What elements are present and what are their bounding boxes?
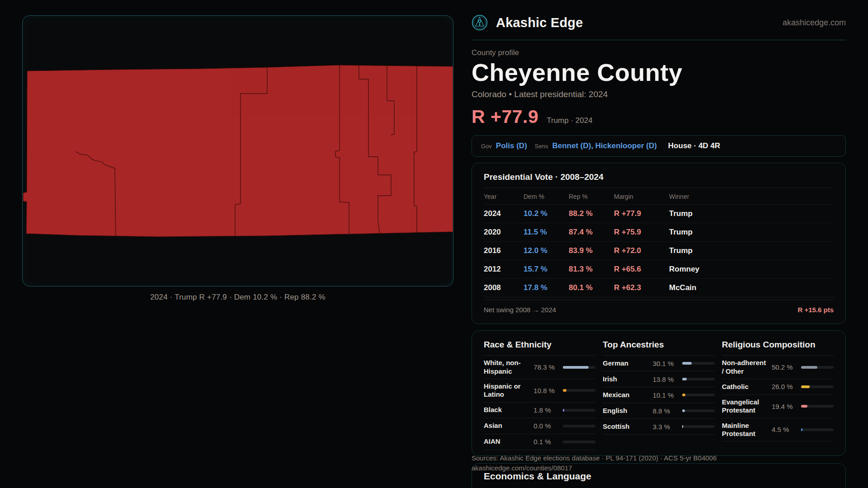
stat-bar-fill: [682, 425, 683, 428]
headline-margin-note: Trump · 2024: [547, 116, 592, 125]
stat-bar-fill: [563, 389, 566, 392]
county-map-card: [22, 15, 453, 286]
stat-value: 10.1 %: [653, 391, 678, 399]
stat-value: 0.0 %: [533, 422, 559, 430]
table-row: 202410.2 %88.2 %R +77.9Trump: [484, 205, 834, 223]
stat-row: English8.8 %: [603, 403, 714, 419]
cell-rep-pct: 81.3 %: [569, 265, 614, 274]
table-body: 202410.2 %88.2 %R +77.9Trump202011.5 %87…: [484, 205, 834, 297]
column-header: Rep %: [569, 193, 614, 200]
stat-row: German30.1 %: [603, 356, 714, 371]
stat-value: 3.3 %: [653, 423, 678, 431]
economics-title: Economics & Language: [484, 471, 834, 482]
stat-value: 26.0 %: [772, 383, 797, 390]
cell-year: 2016: [484, 246, 524, 255]
stat-bar-track: [682, 394, 715, 396]
stat-bar-fill: [563, 409, 564, 412]
stat-row: Mexican10.1 %: [603, 387, 714, 403]
stat-row: Scottish3.3 %: [603, 419, 714, 435]
stat-bar-fill: [801, 366, 817, 369]
page-subtitle: Colorado • Latest presidential: 2024: [472, 89, 846, 99]
column-header: Winner: [669, 193, 834, 200]
stat-label: Evangelical Protestant: [722, 398, 768, 415]
stat-label: English: [603, 407, 648, 415]
stat-value: 1.8 %: [533, 406, 559, 414]
governor-link[interactable]: Polis (D): [496, 141, 527, 150]
brand-name: Akashic Edge: [496, 15, 583, 30]
stat-value: 30.1 %: [653, 360, 678, 367]
cell-margin: R +77.9: [614, 209, 669, 218]
stat-value: 0.1 %: [533, 438, 559, 446]
cell-winner: Trump: [669, 246, 834, 255]
cell-rep-pct: 87.4 %: [569, 228, 614, 237]
stat-row: Catholic26.0 %: [722, 379, 834, 395]
cell-dem-pct: 15.7 %: [524, 265, 569, 274]
stat-value: 10.8 %: [533, 387, 559, 394]
stat-bar-fill: [563, 366, 588, 369]
stat-value: 50.2 %: [772, 363, 797, 371]
headline-margin-row: R +77.9 Trump · 2024: [472, 106, 846, 127]
cell-margin: R +62.3: [614, 283, 669, 292]
cell-dem-pct: 12.0 %: [524, 246, 569, 255]
stat-bar-track: [682, 378, 715, 380]
stat-row: Mainline Protestant4.5 %: [722, 418, 834, 442]
demographics-group-title: Top Ancestries: [603, 340, 714, 356]
cell-year: 2012: [484, 265, 524, 274]
cell-margin: R +72.0: [614, 246, 669, 255]
stat-label: Mainline Protestant: [722, 422, 768, 438]
stat-bar-track: [682, 425, 715, 428]
house-delegation: House · 4D 4R: [668, 141, 720, 150]
stat-value: 8.8 %: [653, 407, 678, 415]
senators-link[interactable]: Bennet (D), Hickenlooper (D): [552, 141, 656, 150]
stat-bar-fill: [801, 405, 807, 408]
presidential-vote-title: Presidential Vote · 2008–2024: [484, 172, 834, 188]
stat-row: Irish13.8 %: [603, 371, 714, 387]
county-profile-panel: Akashic Edge akashicedge.com County prof…: [472, 0, 846, 488]
stat-bar-track: [801, 385, 834, 388]
stat-bar-track: [563, 389, 595, 392]
stat-row: Hispanic or Latino10.8 %: [484, 379, 595, 403]
stat-bar-track: [682, 409, 715, 412]
demographics-group: Religious CompositionNon-adherent / Othe…: [722, 340, 834, 450]
page-title: Cheyenne County: [472, 59, 846, 85]
stat-label: Irish: [603, 375, 648, 383]
column-header: Year: [484, 193, 524, 200]
table-row: 202011.5 %87.4 %R +75.9Trump: [484, 223, 834, 242]
county-map: [23, 16, 453, 286]
stat-row: Black1.8 %: [484, 403, 595, 418]
county-shape[interactable]: [23, 65, 453, 237]
brand-domain: akashicedge.com: [783, 18, 846, 28]
stat-bar-track: [682, 362, 715, 365]
table-row: 200817.8 %80.1 %R +62.3McCain: [484, 279, 834, 297]
stat-label: Black: [484, 406, 529, 414]
demographics-group-title: Religious Composition: [722, 340, 834, 356]
net-swing-value: R +15.6 pts: [797, 306, 834, 314]
stat-label: Mexican: [603, 391, 648, 399]
cell-rep-pct: 80.1 %: [569, 283, 614, 292]
table-header-row: YearDem %Rep %MarginWinner: [484, 188, 834, 205]
stat-value: 13.8 %: [653, 375, 678, 383]
stat-label: White, non-Hispanic: [484, 359, 529, 375]
cell-dem-pct: 10.2 %: [524, 209, 569, 218]
column-header: Margin: [614, 193, 669, 200]
cell-winner: Romney: [669, 265, 834, 274]
column-header: Dem %: [524, 193, 569, 200]
brand-logo-icon: [472, 14, 488, 31]
stat-bar-track: [563, 409, 595, 412]
sens-label: Sens: [535, 143, 548, 150]
table-row: 201612.0 %83.9 %R +72.0Trump: [484, 242, 834, 260]
stat-row: Asian0.0 %: [484, 418, 595, 434]
stat-label: Non-adherent / Other: [722, 359, 768, 375]
net-swing-label: Net swing 2008 → 2024: [484, 306, 556, 314]
stat-row: AIAN0.1 %: [484, 434, 595, 450]
stat-bar-track: [563, 441, 595, 443]
demographics-group: Top AncestriesGerman30.1 %Irish13.8 %Mex…: [603, 340, 714, 450]
cell-winner: Trump: [669, 209, 834, 218]
site-header: Akashic Edge akashicedge.com: [472, 0, 846, 40]
gov-label: Gov: [481, 143, 492, 150]
stat-label: Scottish: [603, 422, 648, 431]
stat-bar-track: [801, 428, 834, 431]
stat-row: Evangelical Protestant19.4 %: [722, 395, 834, 418]
cell-dem-pct: 11.5 %: [524, 228, 569, 237]
stat-value: 78.3 %: [533, 363, 559, 371]
